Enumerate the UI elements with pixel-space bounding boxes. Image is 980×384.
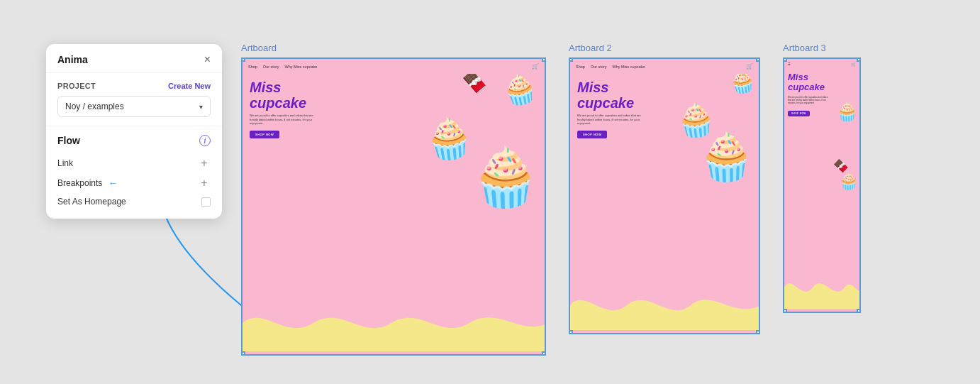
artboard-1-title: Misscupcake <box>250 79 538 111</box>
handle-tr-2[interactable] <box>756 57 760 62</box>
artboard-3-wrapper: Artboard 3 ☰ 🛒 Misscupcake We are proud … <box>783 43 861 313</box>
handle-tr-3[interactable] <box>857 57 861 62</box>
artboard-3-title: Misscupcake <box>788 72 856 93</box>
project-section: Project Create New Noy / examples ▾ <box>46 73 222 126</box>
anima-panel: Anima × Project Create New Noy / example… <box>46 44 222 219</box>
panel-header: Anima × <box>46 44 222 73</box>
artboard-3-content: ☰ 🛒 Misscupcake We are proud to offer cu… <box>784 59 859 312</box>
artboard-2-desc: We are proud to offer cupcakes and cakes… <box>577 114 648 126</box>
handle-tr[interactable] <box>542 57 546 62</box>
wave-bottom-2 <box>570 280 759 333</box>
cupcake-main: 🧁 <box>470 144 541 211</box>
artboard-2-cta[interactable]: SHOP NOW <box>577 131 607 138</box>
flow-breakpoints-label: Breakpoints ← <box>57 177 118 189</box>
cupcake-mid: 🧁 <box>423 114 475 164</box>
artboard-3-label: Artboard 3 <box>783 43 826 53</box>
handle-tl[interactable] <box>241 57 245 62</box>
artboard-1-hero: Misscupcake We are proud to offer cupcak… <box>243 74 545 138</box>
flow-section: Flow i Link + Breakpoints ← + Set As Hom… <box>46 126 222 219</box>
nav-shop-2: Shop <box>576 65 585 69</box>
artboards-area: Artboard Shop Our story Why Miss cupcake… <box>241 43 861 356</box>
artboard-1-nav: Shop Our story Why Miss cupcake 🛒 <box>243 59 545 74</box>
artboard-2-nav: Shop Our story Why Miss cupcake 🛒 <box>570 59 759 74</box>
artboard-2-wrapper: Artboard 2 Shop Our story Why Miss cupca… <box>569 43 760 334</box>
handle-br-2[interactable] <box>756 330 760 334</box>
artboard-1-wrapper: Artboard Shop Our story Why Miss cupcake… <box>241 43 546 356</box>
breakpoints-add-button[interactable]: + <box>198 177 211 190</box>
handle-bl-2[interactable] <box>569 330 573 334</box>
artboard-2-title: Misscupcake <box>577 79 752 111</box>
artboard-3-nav: ☰ 🛒 <box>784 59 859 70</box>
project-section-header: Project Create New <box>57 82 211 90</box>
handle-bl[interactable] <box>241 351 245 356</box>
breakpoints-text: Breakpoints <box>57 178 102 188</box>
flow-row-breakpoints: Breakpoints ← + <box>57 173 211 193</box>
handle-tl-3[interactable] <box>783 57 787 62</box>
cupcake-small-3: 🍫 <box>833 158 849 174</box>
panel-title: Anima <box>57 54 88 65</box>
flow-label: Flow <box>57 135 80 146</box>
project-dropdown-value: Noy / examples <box>65 102 124 111</box>
close-icon[interactable]: × <box>204 54 211 65</box>
info-icon[interactable]: i <box>199 135 211 146</box>
create-new-button[interactable]: Create New <box>168 82 211 90</box>
cupcake-mid-3: 🧁 <box>839 172 858 191</box>
cart-icon-2: 🛒 <box>746 63 753 70</box>
cupcake-main-3: 🧁 <box>836 102 858 122</box>
artboard-3-frame[interactable]: ☰ 🛒 Misscupcake We are proud to offer cu… <box>783 57 861 313</box>
artboard-3-desc: We are proud to offer cupcakes and cakes… <box>788 96 830 105</box>
cart-icon: 🛒 <box>532 63 539 70</box>
flow-link-label: Link <box>57 158 73 168</box>
nav-story: Our story <box>263 65 279 69</box>
flow-homepage-label: Set As Homepage <box>57 197 126 207</box>
artboard-1-frame[interactable]: Shop Our story Why Miss cupcake 🛒 Misscu… <box>241 57 546 356</box>
handle-bl-3[interactable] <box>783 309 787 313</box>
project-dropdown[interactable]: Noy / examples ▾ <box>57 96 211 117</box>
handle-br[interactable] <box>542 351 546 356</box>
nav-why-2: Why Miss cupcake <box>612 65 645 69</box>
handle-br-3[interactable] <box>857 309 861 313</box>
nav-why: Why Miss cupcake <box>284 65 317 69</box>
flow-header: Flow i <box>57 135 211 146</box>
flow-row-link: Link + <box>57 153 211 173</box>
cupcake-mid-2: 🧁 <box>675 100 718 141</box>
artboard-3-cta[interactable]: SHOP NOW <box>788 111 810 116</box>
breakpoints-arrow-icon: ← <box>108 177 118 189</box>
artboard-2-content: Shop Our story Why Miss cupcake 🛒 Misscu… <box>570 59 759 333</box>
handle-tl-2[interactable] <box>569 57 573 62</box>
hamburger-icon: ☰ <box>788 62 791 66</box>
artboard-1-content: Shop Our story Why Miss cupcake 🛒 Misscu… <box>243 59 545 354</box>
cupcake-top-right: 🧁 <box>499 70 540 109</box>
artboard-2-label: Artboard 2 <box>569 43 612 53</box>
project-label: Project <box>57 82 96 90</box>
nav-shop: Shop <box>248 65 257 69</box>
chevron-down-icon: ▾ <box>199 103 203 111</box>
artboard-1-hero-text: Misscupcake We are proud to offer cupcak… <box>250 79 538 138</box>
nav-story-2: Our story <box>591 65 607 69</box>
link-add-button[interactable]: + <box>198 157 211 170</box>
wave-bottom-3 <box>784 266 859 312</box>
flow-row-homepage: Set As Homepage <box>57 193 211 210</box>
wave-bottom <box>243 295 545 354</box>
homepage-checkbox[interactable] <box>201 197 211 207</box>
artboard-1-desc: We are proud to offer cupcakes and cakes… <box>250 114 321 126</box>
artboard-2-frame[interactable]: Shop Our story Why Miss cupcake 🛒 Misscu… <box>569 57 760 334</box>
cart-icon-3: 🛒 <box>851 62 856 67</box>
artboard-1-label: Artboard <box>241 43 277 53</box>
artboard-1-cta[interactable]: SHOP NOW <box>250 131 279 138</box>
